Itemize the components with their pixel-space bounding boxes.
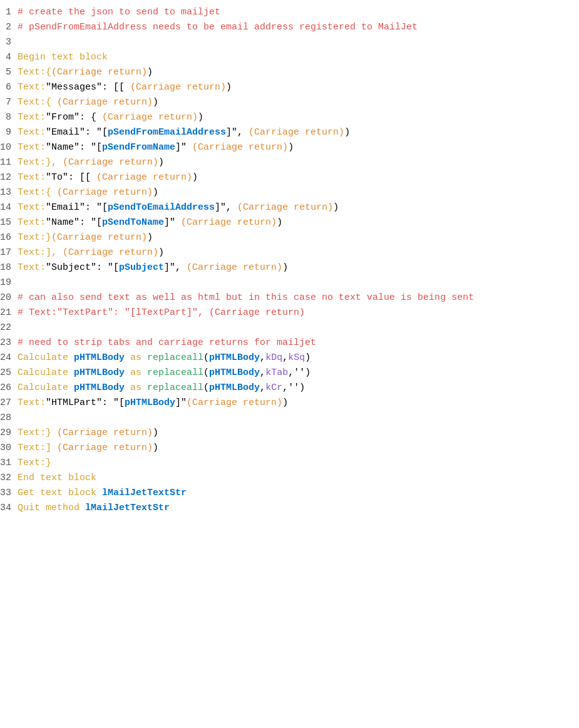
line-number: 31	[0, 456, 18, 470]
code-line: 2# pSendFromEmailAddress needs to be ema…	[0, 20, 579, 35]
line-content: Quit method lMailJetTextStr	[18, 501, 579, 515]
line-content: # can also send text as well as html but…	[18, 290, 579, 305]
line-content: Text:{(Carriage return))	[18, 65, 579, 79]
code-segment: ]"	[164, 217, 181, 228]
code-segment: Get text block	[18, 488, 102, 498]
code-line: 6Text:"Messages": [[ (Carriage return))	[0, 80, 579, 95]
code-segment: (Carriage return)	[187, 262, 282, 273]
code-segment: ]"	[175, 142, 192, 153]
code-segment: (Carriage return)	[63, 157, 158, 168]
line-number: 26	[0, 381, 18, 395]
code-segment: kTab	[265, 367, 288, 378]
line-content	[18, 35, 579, 49]
code-line: 16Text:}(Carriage return))	[0, 230, 579, 245]
code-segment: pSendToEmailAddress	[108, 202, 215, 213]
line-number: 2	[0, 20, 18, 34]
line-content: Text:{ (Carriage return))	[18, 185, 579, 200]
code-segment: Text:],	[18, 247, 63, 258]
line-number: 7	[0, 95, 18, 110]
code-segment: "To": [[	[46, 172, 96, 183]
code-segment: pSubject	[119, 262, 164, 273]
line-number: 12	[0, 170, 18, 185]
code-segment: lMailJetTextStr	[102, 488, 187, 498]
code-segment: pSendToName	[102, 217, 164, 228]
line-content	[18, 275, 579, 290]
code-segment: )	[153, 443, 158, 453]
line-number: 22	[0, 320, 18, 335]
code-segment: ,	[260, 382, 265, 393]
code-segment: (	[203, 367, 209, 378]
line-content: Calculate pHTMLBody as replaceall(pHTMLB…	[18, 366, 579, 380]
code-segment: )	[158, 247, 164, 258]
code-line: 3	[0, 35, 579, 50]
code-segment: (Carriage return)	[130, 82, 226, 93]
code-segment: (Carriage return)	[51, 232, 147, 243]
line-number: 23	[0, 336, 18, 350]
code-segment: Text:},	[18, 157, 63, 168]
line-number: 24	[0, 351, 18, 365]
code-segment: replaceall	[147, 352, 203, 363]
code-line: 4Begin text block	[0, 50, 579, 65]
line-content: # create the json to send to mailjet	[18, 5, 579, 19]
code-segment: Calculate	[18, 382, 74, 393]
code-line: 9Text:"Email": "[pSendFromEmailAddress]"…	[0, 125, 579, 140]
code-line: 30Text:] (Carriage return))	[0, 441, 579, 456]
code-segment: "Subject": "[	[46, 262, 119, 273]
code-segment: (Carriage return)	[187, 397, 282, 408]
code-segment: "From": {	[46, 112, 102, 123]
line-content: Calculate pHTMLBody as replaceall(pHTMLB…	[18, 351, 579, 365]
code-line: 26Calculate pHTMLBody as replaceall(pHTM…	[0, 381, 579, 396]
code-segment: Text:}	[18, 458, 51, 468]
code-segment: (Carriage return)	[96, 172, 192, 183]
code-line: 1# create the json to send to mailjet	[0, 5, 579, 20]
code-segment: # Text:"TextPart": "[lTextPart]", (Carri…	[18, 307, 305, 318]
line-number: 16	[0, 230, 18, 245]
line-content: Text:"Email": "[pSendFromEmailAddress]",…	[18, 125, 579, 140]
line-number: 21	[0, 305, 18, 320]
code-segment: "Email": "[	[46, 202, 108, 213]
code-segment: Text:{	[18, 97, 57, 108]
line-number: 29	[0, 426, 18, 440]
code-segment: Begin text block	[18, 52, 108, 63]
line-content: Text:"To": [[ (Carriage return))	[18, 170, 579, 185]
line-number: 13	[0, 185, 18, 200]
code-segment: # create the json to send to mailjet	[18, 7, 220, 18]
code-line: 24Calculate pHTMLBody as replaceall(pHTM…	[0, 351, 579, 366]
code-segment: (Carriage return)	[57, 97, 153, 108]
code-segment: Text:]	[18, 443, 57, 453]
code-segment: Text:}	[18, 428, 57, 438]
code-segment: )	[282, 397, 288, 408]
line-number: 1	[0, 5, 18, 19]
code-segment: )	[153, 428, 158, 438]
code-segment: ]",	[215, 202, 237, 213]
code-segment: (Carriage return)	[249, 127, 344, 138]
code-segment: ]",	[164, 262, 187, 273]
code-segment: )	[344, 127, 350, 138]
line-number: 11	[0, 155, 18, 170]
line-content: Text:], (Carriage return))	[18, 245, 579, 260]
code-segment: Text:{	[18, 187, 57, 198]
code-segment: kDq	[265, 352, 282, 363]
line-number: 27	[0, 396, 18, 410]
line-number: 25	[0, 366, 18, 380]
code-segment: )	[282, 262, 288, 273]
code-segment: as	[125, 367, 147, 378]
code-segment: (Carriage return)	[192, 142, 288, 153]
code-segment: # pSendFromEmailAddress needs to be emai…	[18, 22, 418, 33]
code-line: 21# Text:"TextPart": "[lTextPart]", (Car…	[0, 305, 579, 320]
code-segment: )	[158, 157, 164, 168]
line-number: 30	[0, 441, 18, 455]
code-segment: "Email": "[	[46, 127, 108, 138]
line-content: Text:{ (Carriage return))	[18, 95, 579, 110]
code-line: 33Get text block lMailJetTextStr	[0, 486, 579, 501]
line-content: # need to strip tabs and carriage return…	[18, 336, 579, 350]
line-content: Text:"Name": "[pSendFromName]" (Carriage…	[18, 140, 579, 155]
code-segment: replaceall	[147, 382, 203, 393]
code-segment: (Carriage return)	[57, 187, 153, 198]
code-segment: Text:	[18, 202, 46, 213]
line-number: 4	[0, 50, 18, 64]
line-content	[18, 320, 579, 335]
line-content: Text:"Name": "[pSendToName]" (Carriage r…	[18, 215, 579, 230]
code-segment: (	[203, 352, 209, 363]
code-segment: pHTMLBody	[209, 352, 260, 363]
